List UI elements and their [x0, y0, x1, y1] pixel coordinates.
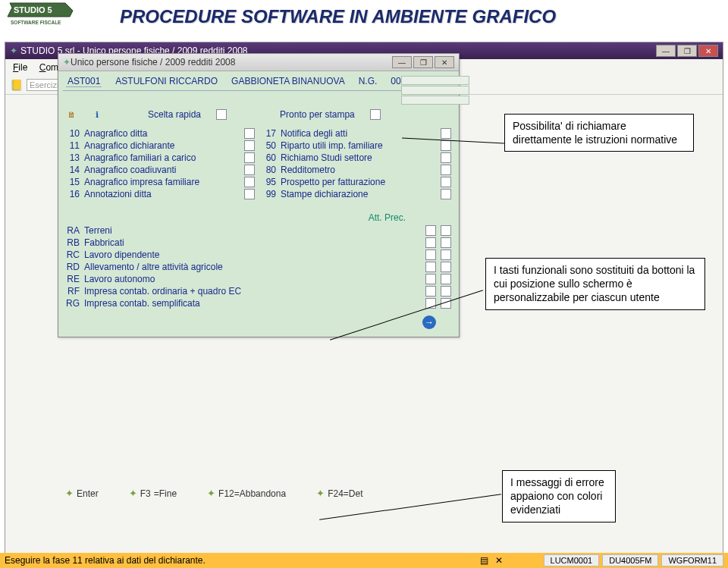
- menu-item-checkbox[interactable]: [244, 140, 255, 151]
- menu-item-checkbox-2[interactable]: [441, 274, 451, 284]
- menu-item-label: Lavoro autonomo: [84, 274, 421, 284]
- menu-item-checkbox[interactable]: [425, 286, 436, 297]
- menu-item[interactable]: 10Anagrafico ditta: [66, 127, 255, 140]
- menu-item-checkbox[interactable]: [441, 165, 451, 175]
- minimize-button[interactable]: —: [656, 45, 676, 57]
- annotation-tasti: I tasti funzionali sono sostituiti da bo…: [485, 258, 705, 310]
- fkey-f12[interactable]: ✦F12=Abbandona: [207, 488, 286, 499]
- page-title: PROCEDURE SOFTWARE IN AMBIENTE GRAFICO: [120, 6, 556, 27]
- menu-item[interactable]: RATerreni: [66, 224, 451, 237]
- menu-item-label: Anagrafico dichiarante: [84, 140, 240, 151]
- menu-item[interactable]: 15Anagrafico impresa familiare: [66, 176, 255, 188]
- menu-item-num: 17: [262, 128, 276, 139]
- aux-field[interactable]: [401, 96, 469, 105]
- slide-header: STUDIO 5 SOFTWARE FISCALE PROCEDURE SOFT…: [0, 0, 728, 33]
- menu-item-num: 15: [66, 177, 80, 187]
- menu-file[interactable]: File: [8, 61, 32, 74]
- menu-item-checkbox[interactable]: [441, 152, 451, 163]
- menu-item-checkbox-2[interactable]: [441, 225, 451, 236]
- scelta-checkbox[interactable]: [216, 109, 227, 120]
- menu-item-checkbox-2[interactable]: [441, 249, 451, 260]
- menu-item[interactable]: RBFabbricati: [66, 237, 451, 249]
- menu-item[interactable]: 13Anagrafico familiari a carico: [66, 152, 255, 164]
- menu-item-label: Notifica degli atti: [281, 128, 436, 139]
- doc-icon[interactable]: 🗎: [66, 109, 77, 120]
- menu-item-checkbox[interactable]: [425, 262, 436, 272]
- app-icon: ✦: [10, 46, 17, 56]
- menu-item-checkbox[interactable]: [244, 165, 255, 175]
- menu-item-label: Impresa contab. ordinaria + quadro EC: [84, 286, 421, 297]
- inner-window-title: Unico persone fisiche / 2009 redditi 200…: [71, 57, 235, 67]
- inner-maximize-button[interactable]: ❐: [413, 56, 433, 68]
- status-icon[interactable]: ▤: [480, 555, 492, 566]
- menu-item-label: Fabbricati: [84, 237, 421, 248]
- menu-item[interactable]: RFImpresa contab. ordinaria + quadro EC: [66, 285, 451, 297]
- menu-item[interactable]: 50Riparto utili imp. familiare: [262, 140, 451, 152]
- menu-item-num: 99: [262, 189, 276, 199]
- fkey-f3[interactable]: ✦F3 =Fine: [129, 488, 177, 499]
- status-icon[interactable]: ✕: [495, 555, 507, 566]
- fkey-f24[interactable]: ✦F24=Det: [316, 488, 362, 499]
- menu-item[interactable]: 17Notifica degli atti: [262, 127, 451, 140]
- next-arrow-button[interactable]: →: [422, 315, 436, 329]
- pronto-checkbox[interactable]: [370, 109, 381, 120]
- menu-item[interactable]: 14Anagrafico coadiuvanti: [66, 164, 255, 176]
- menu-item-num: 10: [66, 128, 80, 139]
- svg-text:SOFTWARE FISCALE: SOFTWARE FISCALE: [11, 20, 61, 25]
- inner-titlebar[interactable]: ✦ Unico persone fisiche / 2009 redditi 2…: [58, 54, 459, 71]
- menu-item-num: 60: [262, 152, 276, 163]
- menu-item-checkbox[interactable]: [425, 237, 436, 248]
- menu-item-checkbox[interactable]: [441, 140, 451, 151]
- fkey-icon: ✦: [65, 488, 74, 499]
- fkey-icon: ✦: [207, 488, 215, 499]
- menu-item[interactable]: 60Richiamo Studi settore: [262, 152, 451, 164]
- fkey-icon: ✦: [129, 488, 137, 499]
- menu-item-checkbox[interactable]: [425, 249, 436, 260]
- menu-item[interactable]: 80Redditometro: [262, 164, 451, 176]
- logo: STUDIO 5 SOFTWARE FISCALE: [6, 2, 74, 32]
- menu-item-checkbox[interactable]: [244, 189, 255, 199]
- menu-item[interactable]: RGImpresa contab. semplificata: [66, 297, 451, 309]
- menu-item-label: Allevamento / altre attività agricole: [84, 262, 421, 272]
- menu-item[interactable]: 11Anagrafico dichiarante: [66, 140, 255, 152]
- menu-item-num: 95: [262, 177, 276, 187]
- record-header: AST001 ASTULFONI RICCARDO GABBIONETA BIN…: [66, 76, 401, 87]
- menu-item[interactable]: RELavoro autonomo: [66, 273, 451, 285]
- menu-item[interactable]: RDAllevamento / altre attività agricole: [66, 261, 451, 273]
- menu-item-label: Richiamo Studi settore: [281, 152, 436, 163]
- svg-text:STUDIO 5: STUDIO 5: [14, 5, 52, 14]
- menu-item-checkbox[interactable]: [441, 128, 451, 139]
- aux-field[interactable]: [401, 86, 469, 95]
- menu-item-checkbox-2[interactable]: [441, 262, 451, 272]
- menu-item-checkbox-2[interactable]: [441, 286, 451, 297]
- close-button[interactable]: ✕: [698, 45, 718, 57]
- inner-close-button[interactable]: ✕: [435, 56, 454, 68]
- menu-item[interactable]: RCLavoro dipendente: [66, 249, 451, 261]
- record-name: ASTULFONI RICCARDO: [115, 76, 218, 87]
- status-cell: LUCM0001: [544, 554, 600, 566]
- menu-item-num: 13: [66, 152, 80, 163]
- menu-item[interactable]: 16Annotazioni ditta: [66, 188, 255, 200]
- inner-minimize-button[interactable]: —: [392, 56, 412, 68]
- maximize-button[interactable]: ❐: [677, 45, 697, 57]
- menu-item-checkbox-2[interactable]: [441, 237, 451, 248]
- toolbar-book-icon[interactable]: 📒: [8, 77, 24, 93]
- menu-item-checkbox[interactable]: [244, 177, 255, 187]
- menu-item-label: Anagrafico coadiuvanti: [84, 165, 240, 175]
- fkey-enter[interactable]: ✦Enter: [65, 488, 99, 499]
- menu-item[interactable]: 95Prospetto per fatturazione: [262, 176, 451, 188]
- menu-item-checkbox[interactable]: [425, 225, 436, 236]
- info-icon[interactable]: ℹ: [92, 109, 102, 120]
- menu-item-checkbox[interactable]: [244, 128, 255, 139]
- menu-item-num: RC: [66, 249, 80, 260]
- menu-item-num: RG: [66, 298, 80, 309]
- menu-item-checkbox[interactable]: [244, 152, 255, 163]
- menu-item-checkbox[interactable]: [441, 177, 451, 187]
- menu-item-checkbox[interactable]: [425, 274, 436, 284]
- aux-field[interactable]: [401, 76, 469, 85]
- record-city: GABBIONETA BINANUOVA: [231, 76, 345, 87]
- menu-item[interactable]: 99Stampe dichiarazione: [262, 188, 451, 200]
- status-message: Eseguire la fase 11 relativa ai dati del…: [5, 555, 477, 566]
- menu-item-checkbox[interactable]: [441, 189, 451, 199]
- record-ng: N.G.: [359, 76, 378, 87]
